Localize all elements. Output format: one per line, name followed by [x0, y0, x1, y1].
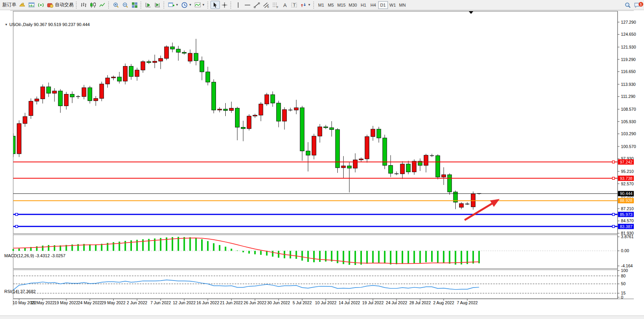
new-order-button[interactable]: 新订单: [1, 1, 18, 9]
auto-scroll-icon-glyph: [145, 2, 152, 9]
bar-chart-type-icon[interactable]: [79, 1, 88, 9]
zoom-out-icon[interactable]: [121, 1, 130, 9]
timeframe-mn[interactable]: MN: [398, 1, 407, 9]
indicators-button[interactable]: ▼: [193, 1, 206, 9]
timeframe-m1[interactable]: M1: [316, 1, 326, 9]
cursor-tool-icon[interactable]: [211, 1, 220, 9]
toolbar-group: [79, 0, 107, 10]
svg-text:10 Jul 2022: 10 Jul 2022: [315, 300, 337, 305]
signal-icon[interactable]: [36, 1, 46, 9]
candlestick-type-icon[interactable]: [88, 1, 98, 9]
timeframe-w1[interactable]: W1: [388, 1, 398, 9]
fibonacci-tool-icon[interactable]: F: [271, 1, 280, 9]
chart-title: ▼USOil-,Daily 90.367 90.519 90.237 90.44…: [5, 22, 90, 27]
svg-text:103.290: 103.290: [621, 131, 636, 136]
timeframe-m15[interactable]: M15: [336, 1, 347, 9]
crosshair-tool-icon[interactable]: [220, 1, 229, 9]
svg-text:121.930: 121.930: [621, 45, 636, 49]
line-chart-type-icon-glyph: [99, 2, 106, 9]
chart-shift-icon[interactable]: [153, 1, 162, 9]
toolbar-group: 新订单自动交易: [1, 0, 75, 10]
toolbar-separator: [163, 2, 165, 9]
new-chart-button[interactable]: ▼: [167, 1, 180, 9]
timeframe-d1[interactable]: D1: [378, 1, 388, 9]
tile-windows-icon[interactable]: [130, 1, 139, 9]
chart-area: 127.290124.650121.930119.290116.650113.9…: [0, 10, 644, 319]
market-watch-window-icon[interactable]: [27, 1, 36, 9]
svg-text:127.290: 127.290: [621, 20, 636, 24]
toolbar-separator: [207, 2, 209, 9]
svg-text:26 Jun 2022: 26 Jun 2022: [244, 300, 267, 305]
svg-text:119.290: 119.290: [621, 57, 636, 62]
market-watch-window-icon-glyph: [28, 2, 35, 9]
svg-text:100.570: 100.570: [621, 144, 636, 149]
svg-text:28 Jul 2022: 28 Jul 2022: [409, 300, 431, 305]
timeframe-m30[interactable]: M30: [347, 1, 358, 9]
auto-trading-glyph: [47, 2, 54, 9]
svg-text:95.210: 95.210: [621, 169, 634, 174]
svg-text:87.210: 87.210: [621, 206, 634, 211]
trendline-tool-icon[interactable]: [252, 1, 261, 9]
notifications-icon[interactable]: 1: [632, 1, 642, 9]
auto-scroll-icon[interactable]: [144, 1, 153, 9]
horizontal-line-tool-icon[interactable]: [243, 1, 252, 9]
equidistant-channel-tool-icon[interactable]: E: [261, 1, 271, 9]
arrows-tool-icon[interactable]: ▼: [299, 1, 312, 9]
search-icon[interactable]: [623, 1, 632, 9]
timeframe-h1[interactable]: H1: [359, 1, 369, 9]
new-chart-glyph: [168, 2, 175, 9]
gold-ingot-icon[interactable]: [18, 1, 27, 9]
svg-text:-4.164: -4.164: [621, 263, 633, 268]
timeframe-h4[interactable]: H4: [369, 1, 378, 9]
svg-text:15 May 2022: 15 May 2022: [31, 300, 55, 305]
svg-text:19 May 2022: 19 May 2022: [54, 300, 79, 305]
toolbar-separator: [230, 2, 232, 9]
svg-text:2 Aug 2022: 2 Aug 2022: [433, 300, 454, 305]
toolbar-separator: [76, 2, 78, 9]
svg-text:19 Jul 2022: 19 Jul 2022: [362, 300, 384, 305]
vertical-line-tool-icon[interactable]: [233, 1, 243, 9]
svg-text:3.8761: 3.8761: [621, 234, 634, 239]
toolbar-group: [111, 0, 140, 10]
svg-text:84.570: 84.570: [621, 218, 634, 223]
svg-text:T: T: [293, 3, 296, 7]
svg-text:88.928: 88.928: [620, 198, 633, 203]
chart-canvas[interactable]: 127.290124.650121.930119.290116.650113.9…: [0, 10, 644, 319]
equidistant-channel-tool-icon-glyph: E: [263, 2, 270, 9]
auto-trading-button[interactable]: 自动交易: [46, 1, 75, 9]
svg-text:7 Aug 2022: 7 Aug 2022: [457, 300, 478, 305]
macd-indicator-label: MACD(12,26,9) -3.4312 -3.0257: [4, 253, 65, 258]
zoom-in-icon[interactable]: [111, 1, 121, 9]
dropdown-arrow-icon[interactable]: ▼: [202, 3, 205, 7]
svg-text:92.570: 92.570: [621, 181, 634, 186]
main-toolbar: 新订单自动交易▼▼▼EFAT▼M1M5M15M30H1H4D1W1MN1: [0, 0, 644, 10]
dropdown-arrow-icon[interactable]: ▼: [175, 3, 179, 7]
svg-text:5 Jul 2022: 5 Jul 2022: [293, 300, 312, 305]
svg-text:24 Jul 2022: 24 Jul 2022: [386, 300, 407, 305]
svg-text:24 May 2022: 24 May 2022: [78, 300, 102, 305]
rsi-indicator-label: RSI(14) 37.3682: [4, 289, 36, 294]
period-clock-button[interactable]: ▼: [180, 1, 193, 9]
svg-text:14 Jul 2022: 14 Jul 2022: [339, 300, 360, 305]
svg-text:97.242: 97.242: [620, 160, 633, 164]
svg-text:85.973: 85.973: [620, 212, 633, 217]
crosshair-tool-icon-glyph: [221, 2, 228, 9]
timeframe-m5[interactable]: M5: [326, 1, 336, 9]
zoom-in-icon-glyph: [112, 2, 119, 9]
toolbar-group: EFAT▼: [233, 0, 312, 10]
indicators-glyph: [194, 2, 201, 9]
rsi-axis: 1008050150: [618, 268, 628, 300]
svg-text:21 Jun 2022: 21 Jun 2022: [220, 300, 243, 305]
svg-text:0: 0: [621, 295, 623, 300]
dropdown-arrow-icon[interactable]: ▼: [189, 3, 192, 7]
dropdown-arrow-icon[interactable]: ▼: [308, 3, 311, 7]
text-tool-icon[interactable]: A: [280, 1, 290, 9]
text-label-tool-icon[interactable]: T: [290, 1, 299, 9]
collapse-triangle-icon[interactable]: ▼: [5, 23, 8, 26]
chart-title-text: USOil-,Daily 90.367 90.519 90.237 90.444: [9, 22, 90, 27]
svg-text:29 May 2022: 29 May 2022: [102, 300, 126, 305]
svg-text:80: 80: [621, 274, 626, 278]
line-chart-type-icon[interactable]: [98, 1, 107, 9]
vertical-line-tool-icon-glyph: [235, 2, 242, 9]
svg-text:50: 50: [621, 281, 626, 286]
